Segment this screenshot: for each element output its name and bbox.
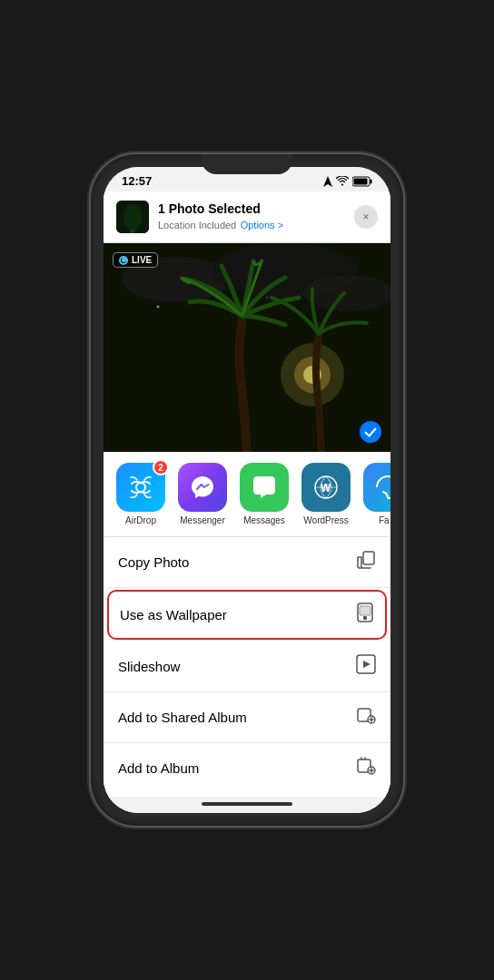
wordpress-label: WordPress bbox=[303, 515, 348, 525]
svg-rect-22 bbox=[360, 606, 370, 615]
checkmark-badge bbox=[360, 421, 381, 443]
messages-label: Messages bbox=[243, 515, 285, 525]
share-subtitle: Location Included Options > bbox=[158, 216, 345, 232]
live-text: LIVE bbox=[132, 255, 152, 265]
wordpress-icon: W bbox=[301, 463, 351, 512]
add-shared-album-icon bbox=[356, 705, 376, 730]
svg-point-9 bbox=[303, 275, 390, 311]
app-airdrop[interactable]: 2 AirDrop bbox=[116, 463, 165, 525]
phone-frame: 12:57 bbox=[91, 154, 403, 826]
close-button[interactable]: × bbox=[354, 205, 378, 229]
copy-photo-label: Copy Photo bbox=[118, 554, 189, 570]
wifi-icon bbox=[336, 176, 349, 186]
svg-text:W: W bbox=[321, 482, 331, 495]
add-to-album-label: Add to Album bbox=[118, 760, 199, 776]
live-dot bbox=[119, 256, 128, 265]
add-shared-album-item[interactable]: Add to Shared Album bbox=[104, 692, 390, 743]
copy-photo-item[interactable]: Copy Photo bbox=[104, 537, 390, 588]
messenger-label: Messenger bbox=[180, 515, 224, 525]
notch bbox=[202, 154, 292, 174]
app-wordpress[interactable]: W WordPress bbox=[301, 463, 351, 525]
copy-photo-icon bbox=[356, 550, 376, 574]
share-header-text: 1 Photo Selected Location Included Optio… bbox=[158, 201, 345, 232]
airdrop-label: AirDrop bbox=[125, 515, 156, 525]
use-as-wallpaper-icon bbox=[356, 603, 374, 627]
home-bar bbox=[202, 802, 292, 806]
slideshow-label: Slideshow bbox=[118, 659, 180, 674]
options-link[interactable]: Options > bbox=[241, 220, 283, 230]
menu-list: Copy Photo Use as Wallpaper bbox=[104, 537, 390, 797]
messenger-icon bbox=[178, 463, 227, 512]
status-time: 12:57 bbox=[122, 174, 152, 188]
svg-point-23 bbox=[364, 617, 367, 620]
share-header: 1 Photo Selected Location Included Optio… bbox=[104, 191, 390, 243]
navigation-icon bbox=[323, 176, 332, 187]
more-label: Fa... bbox=[379, 515, 390, 525]
phone-screen: 12:57 bbox=[104, 167, 390, 813]
home-indicator bbox=[104, 797, 390, 813]
svg-point-15 bbox=[266, 297, 268, 299]
app-messages[interactable]: Messages bbox=[240, 463, 289, 525]
photo-preview: LIVE bbox=[104, 243, 390, 452]
svg-rect-20 bbox=[363, 552, 374, 564]
share-sheet: 1 Photo Selected Location Included Optio… bbox=[104, 191, 390, 813]
live-badge: LIVE bbox=[113, 252, 158, 268]
svg-rect-1 bbox=[370, 179, 372, 183]
share-thumbnail bbox=[116, 201, 149, 233]
app-more[interactable]: Fa... bbox=[363, 463, 390, 525]
svg-rect-2 bbox=[354, 178, 368, 184]
more-icon bbox=[363, 463, 390, 512]
status-icons bbox=[323, 176, 372, 187]
use-as-wallpaper-label: Use as Wallpaper bbox=[120, 607, 227, 622]
play-icon bbox=[356, 654, 376, 674]
add-shared-album-label: Add to Shared Album bbox=[118, 710, 247, 725]
svg-point-13 bbox=[157, 306, 160, 309]
slideshow-item[interactable]: Slideshow bbox=[104, 642, 390, 692]
airdrop-badge: 2 bbox=[153, 459, 169, 475]
messages-icon bbox=[240, 463, 289, 512]
add-to-album-icon bbox=[356, 756, 376, 780]
share-title: 1 Photo Selected bbox=[158, 201, 345, 216]
airdrop-icon: 2 bbox=[116, 463, 165, 512]
svg-point-16 bbox=[136, 483, 145, 492]
slideshow-icon bbox=[356, 654, 376, 679]
use-as-wallpaper-item[interactable]: Use as Wallpaper bbox=[107, 590, 387, 640]
photo-scene bbox=[104, 243, 390, 452]
app-messenger[interactable]: Messenger bbox=[178, 463, 227, 525]
add-to-album-item[interactable]: Add to Album bbox=[104, 743, 390, 793]
apps-row: 2 AirDrop bbox=[104, 452, 390, 537]
battery-icon bbox=[352, 176, 372, 187]
checkmark-icon bbox=[364, 427, 377, 437]
svg-point-5 bbox=[124, 204, 142, 230]
